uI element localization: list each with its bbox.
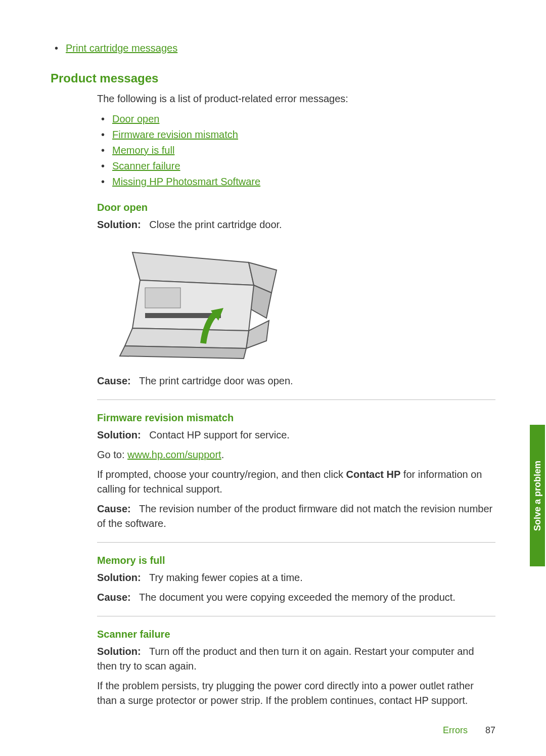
top-link-list: Print cartridge messages bbox=[51, 40, 495, 56]
svg-marker-7 bbox=[125, 328, 249, 348]
firmware-solution: Solution: Contact HP support for service… bbox=[97, 428, 495, 442]
heading-product-messages: Product messages bbox=[51, 71, 495, 85]
solution-text: Contact HP support for service. bbox=[149, 429, 290, 440]
page-footer: Errors 87 bbox=[443, 725, 495, 736]
cause-label: Cause: bbox=[97, 592, 131, 603]
prompt-bold: Contact HP bbox=[346, 469, 401, 480]
solution-label: Solution: bbox=[97, 219, 141, 230]
list-item: Firmware revision mismatch bbox=[97, 127, 495, 143]
firmware-goto: Go to: www.hp.com/support. bbox=[97, 448, 495, 462]
list-item: Print cartridge messages bbox=[51, 40, 495, 56]
heading-firmware-revision-mismatch: Firmware revision mismatch bbox=[97, 412, 495, 424]
cause-label: Cause: bbox=[97, 503, 131, 514]
heading-scanner-failure: Scanner failure bbox=[97, 629, 495, 640]
firmware-prompt: If prompted, choose your country/region,… bbox=[97, 467, 495, 497]
solution-text: Turn off the product and then turn it on… bbox=[97, 646, 474, 672]
list-item: Missing HP Photosmart Software bbox=[97, 174, 495, 190]
cause-text: The print cartridge door was open. bbox=[139, 375, 293, 386]
svg-rect-5 bbox=[145, 288, 180, 308]
heading-door-open: Door open bbox=[97, 202, 495, 213]
product-messages-links: Door open Firmware revision mismatch Mem… bbox=[97, 111, 495, 190]
cause-label: Cause: bbox=[97, 375, 131, 386]
link-print-cartridge-messages[interactable]: Print cartridge messages bbox=[66, 42, 177, 54]
link-memory-is-full[interactable]: Memory is full bbox=[112, 145, 174, 156]
divider bbox=[97, 542, 495, 543]
svg-marker-8 bbox=[120, 346, 246, 359]
cause-text: The document you were copying exceeded t… bbox=[139, 592, 456, 603]
firmware-cause: Cause: The revision number of the produc… bbox=[97, 502, 495, 531]
link-scanner-failure[interactable]: Scanner failure bbox=[112, 160, 180, 171]
scanner-solution: Solution: Turn off the product and then … bbox=[97, 644, 495, 674]
side-tab-solve-a-problem: Solve a problem bbox=[530, 425, 545, 566]
door-open-solution: Solution: Close the print cartridge door… bbox=[97, 217, 495, 232]
printer-icon bbox=[97, 242, 284, 364]
link-hp-support[interactable]: www.hp.com/support bbox=[127, 449, 221, 460]
cause-text: The revision number of the product firmw… bbox=[97, 503, 492, 529]
footer-section: Errors bbox=[443, 725, 468, 735]
memory-cause: Cause: The document you were copying exc… bbox=[97, 590, 495, 605]
footer-page-number: 87 bbox=[485, 725, 495, 735]
heading-memory-is-full: Memory is full bbox=[97, 555, 495, 566]
printer-illustration bbox=[97, 242, 284, 364]
link-firmware-revision-mismatch[interactable]: Firmware revision mismatch bbox=[112, 129, 238, 140]
divider bbox=[97, 616, 495, 616]
list-item: Memory is full bbox=[97, 143, 495, 158]
link-missing-hp-photosmart-software[interactable]: Missing HP Photosmart Software bbox=[112, 176, 260, 187]
link-door-open[interactable]: Door open bbox=[112, 113, 159, 124]
intro-text: The following is a list of product-relat… bbox=[97, 92, 495, 106]
door-open-cause: Cause: The print cartridge door was open… bbox=[97, 374, 495, 388]
memory-solution: Solution: Try making fewer copies at a t… bbox=[97, 570, 495, 585]
list-item: Scanner failure bbox=[97, 158, 495, 174]
goto-suffix: . bbox=[221, 449, 224, 460]
solution-text: Try making fewer copies at a time. bbox=[149, 572, 303, 583]
solution-text: Close the print cartridge door. bbox=[149, 219, 282, 230]
solution-label: Solution: bbox=[97, 646, 141, 657]
scanner-persist: If the problem persists, try plugging th… bbox=[97, 679, 495, 708]
solution-label: Solution: bbox=[97, 429, 141, 440]
divider bbox=[97, 399, 495, 400]
solution-label: Solution: bbox=[97, 572, 141, 583]
goto-prefix: Go to: bbox=[97, 449, 127, 460]
list-item: Door open bbox=[97, 111, 495, 127]
prompt-prefix: If prompted, choose your country/region,… bbox=[97, 469, 346, 480]
page: Print cartridge messages Product message… bbox=[0, 0, 546, 756]
